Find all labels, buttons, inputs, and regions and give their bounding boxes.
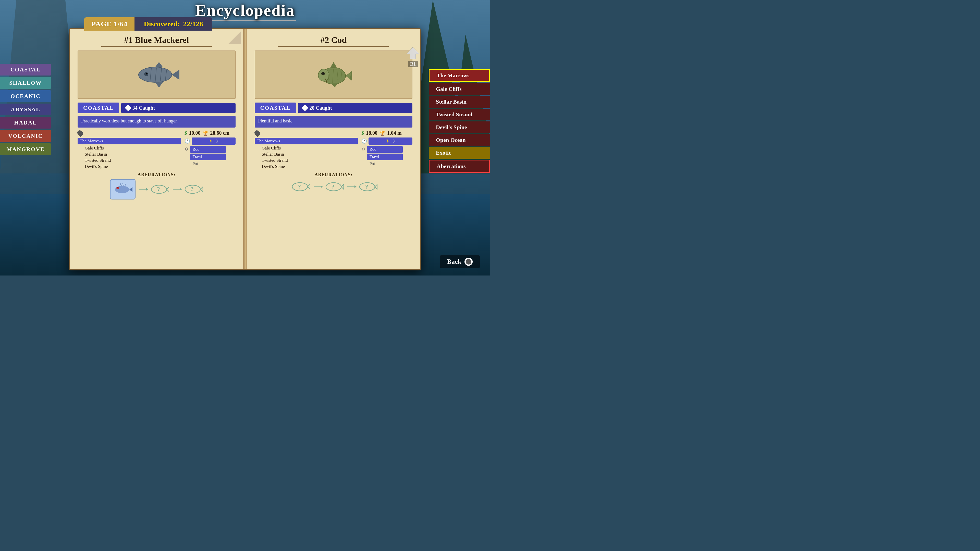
fish-right-location-2[interactable]: Stellar Basin — [255, 151, 358, 157]
fish-left-tag-bar: COASTAL 34 Caught — [78, 103, 235, 113]
sidebar-item-stellar[interactable]: Stellar Basin — [429, 96, 490, 108]
fish-left-description: Practically worthless but enough to stav… — [78, 116, 235, 127]
svg-point-33 — [323, 73, 324, 73]
sun-icon-right: ☀ — [386, 138, 390, 144]
fish-left-locations: The Marrows Gale Cliffs Stellar Basin Tw… — [78, 130, 181, 170]
fish-left-location-3[interactable]: Twisted Strand — [78, 157, 181, 164]
aberration-fish-svg — [113, 183, 133, 197]
back-circle-icon — [465, 258, 473, 266]
fish-silhouette-2: ? — [149, 182, 169, 197]
fish-right-time-row: 🕐 ☀ ☽ — [361, 138, 412, 144]
fish-right-location-0[interactable]: The Marrows — [255, 138, 358, 144]
diamond-icon-left — [125, 105, 131, 111]
fish-left-location-0[interactable]: The Marrows — [78, 138, 181, 144]
fish-right-location-4[interactable]: Devil's Spine — [255, 164, 358, 170]
fish-left-method-rod: Rod — [190, 146, 226, 153]
fish-right-image — [255, 51, 413, 99]
fish-left-price-row: $ 10.00 🏆 28.60 cm — [185, 130, 235, 136]
book-spine — [244, 29, 247, 269]
fish-right-aberrations-row: ? ? — [255, 179, 413, 194]
fish-left-methods-row: ⚙ Rod Trawl Pot — [185, 146, 235, 167]
gear-icon-right: ⚙ — [361, 147, 365, 151]
fish-right-underline — [278, 46, 389, 47]
fish-right-method-rod: Rod — [367, 146, 403, 153]
fish-silhouette-r1: ? — [290, 179, 310, 194]
fish-right-method-pot: Pot — [367, 161, 403, 167]
trophy-icon-left: 🏆 — [203, 130, 208, 136]
sidebar-item-twisted[interactable]: Twisted Strand — [429, 109, 490, 121]
clock-icon-right: 🕐 — [361, 138, 367, 144]
fish-right-caught: 20 Caught — [298, 103, 412, 113]
svg-marker-0 — [407, 47, 419, 59]
arrow-line-r2 — [347, 186, 355, 187]
fish-left-details: The Marrows Gale Cliffs Stellar Basin Tw… — [78, 130, 235, 170]
fish-left-time-row: 🕐 ☀ ☽ — [185, 138, 235, 144]
fish-right-description: Plentiful and basic. — [255, 116, 413, 127]
fish-left-aberrations: ABERRATIONS: — [78, 172, 235, 200]
sidebar-item-aberrations[interactable]: Aberrations — [429, 160, 490, 173]
sidebar-item-coastal[interactable]: COASTAL — [0, 64, 51, 76]
fish-right-stats: $ 18.00 🏆 1.04 m 🕐 ☀ ☽ ⚙ Rod Tr — [361, 130, 412, 170]
back-circle-inner — [466, 259, 471, 265]
sidebar-item-oceanic[interactable]: OCEANIC — [0, 90, 51, 102]
page-tab: PAGE 1/64 — [84, 17, 135, 30]
discovered-label: Discovered: — [144, 20, 180, 28]
book-page-left: #1 Blue Mackerel COASTAL — [70, 29, 244, 269]
fish-right-details: The Marrows Gale Cliffs Stellar Basin Tw… — [255, 130, 413, 170]
sidebar-item-devils[interactable]: Devil's Spine — [429, 121, 490, 133]
aberration-connector-1: ? — [139, 182, 169, 197]
sidebar-item-gale[interactable]: Gale Cliffs — [429, 83, 490, 95]
sidebar-item-shallow[interactable]: SHALLOW — [0, 77, 51, 89]
fish-left-location-4[interactable]: Devil's Spine — [78, 164, 181, 170]
fish-left-underline — [101, 46, 212, 47]
pin-icon-left — [76, 129, 84, 137]
sun-icon-left: ☀ — [209, 138, 213, 144]
svg-text:?: ? — [365, 183, 368, 190]
discovered-value: 22/128 — [183, 20, 203, 28]
sidebar-item-volcanic[interactable]: VOLCANIC — [0, 130, 51, 142]
back-button[interactable]: Back — [440, 255, 480, 268]
fish-right-methods: Rod Trawl Pot — [367, 146, 403, 167]
svg-marker-29 — [330, 62, 337, 67]
fish-right-methods-row: ⚙ Rod Trawl Pot — [361, 146, 412, 167]
svg-marker-13 — [129, 187, 132, 192]
svg-line-16 — [120, 183, 121, 186]
fish-right-price-row: $ 18.00 🏆 1.04 m — [361, 130, 412, 136]
fish-right-location-3[interactable]: Twisted Strand — [255, 157, 358, 164]
clock-icon-left: 🕐 — [185, 138, 190, 144]
svg-marker-44 — [341, 184, 344, 189]
fish-left-method-pot: Pot — [190, 161, 226, 167]
svg-marker-20 — [167, 187, 169, 192]
diamond-icon-right — [302, 105, 308, 111]
fish-silhouette-r2: ? — [323, 179, 344, 194]
sidebar-item-marrows[interactable]: The Marrows — [429, 69, 490, 82]
svg-marker-41 — [307, 184, 310, 189]
fish-right-aberrations: ABERRATIONS: ? ? — [255, 172, 413, 194]
fish-silhouette-3: ? — [183, 182, 203, 197]
sidebar-item-abyssal[interactable]: ABYSSAL — [0, 103, 51, 115]
sidebar-item-hadal[interactable]: HADAL — [0, 117, 51, 129]
r1-label: R1 — [408, 61, 418, 67]
fish-left-image — [78, 51, 235, 99]
sidebar-item-ocean[interactable]: Open Ocean — [429, 134, 490, 146]
dollar-icon-left: $ — [185, 130, 187, 136]
fish-right-number: #2 — [320, 35, 329, 44]
moon-icon-right: ☽ — [392, 139, 395, 144]
discovered-tab: Discovered: 22/128 — [135, 17, 212, 30]
aberration-connector-2: ? — [173, 182, 203, 197]
svg-text:?: ? — [191, 186, 194, 192]
fish-right-location-1[interactable]: Gale Cliffs — [255, 145, 358, 151]
fish-left-location-1[interactable]: Gale Cliffs — [78, 145, 181, 151]
fish-left-size: 28.60 cm — [210, 130, 230, 136]
fish-right-method-trawl: Trawl — [367, 154, 403, 160]
fish-left-location-2[interactable]: Stellar Basin — [78, 151, 181, 157]
fish-left-biome: COASTAL — [78, 103, 119, 113]
sidebar-item-exotic[interactable]: Exotic — [429, 147, 490, 159]
aberration-connector-r1: ? — [313, 179, 344, 194]
page-title: Encyclopedia — [194, 0, 296, 20]
fish-left-time-bar: ☀ ☽ — [192, 138, 235, 144]
fish-right-size: 1.04 m — [387, 130, 402, 136]
fish-left-stats: $ 10.00 🏆 28.60 cm 🕐 ☀ ☽ ⚙ Rod — [185, 130, 235, 170]
sidebar-item-mangrove[interactable]: MANGROVE — [0, 143, 51, 155]
arrow-line-1 — [139, 189, 147, 189]
